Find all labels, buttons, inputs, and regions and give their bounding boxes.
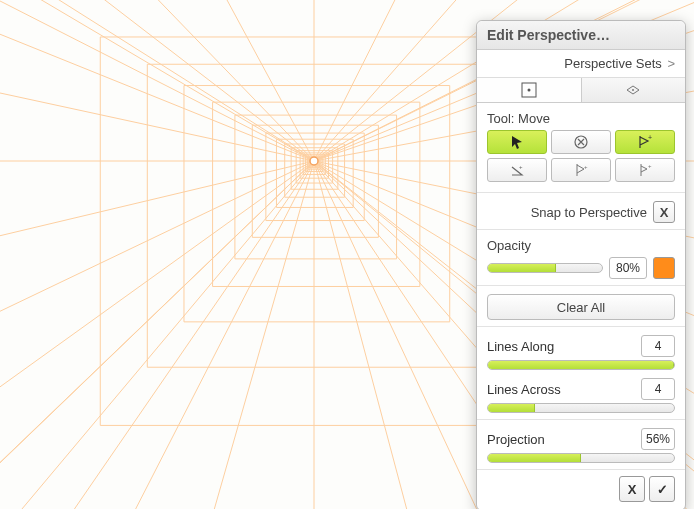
panel-title: Edit Perspective… <box>477 21 685 50</box>
lines-across-label: Lines Across <box>487 382 561 397</box>
tab-single-point[interactable] <box>477 78 582 102</box>
snap-toggle[interactable]: X <box>653 201 675 223</box>
opacity-value[interactable]: 80% <box>609 257 647 279</box>
clear-all-button[interactable]: Clear All <box>487 294 675 320</box>
tool-angle[interactable]: + <box>487 158 547 182</box>
edit-perspective-panel: Edit Perspective… Perspective Sets > Too… <box>476 20 686 509</box>
lines-along-value[interactable]: 4 <box>641 335 675 357</box>
tool-add-right[interactable]: + <box>615 130 675 154</box>
perspective-sets-link[interactable]: Perspective Sets > <box>477 50 685 78</box>
snap-label: Snap to Perspective <box>531 205 647 220</box>
svg-text:+: + <box>584 164 588 170</box>
svg-line-1 <box>0 0 314 161</box>
svg-line-6 <box>110 161 314 509</box>
projection-value[interactable]: 56% <box>641 428 675 450</box>
flag-b-icon: + <box>637 162 653 178</box>
projection-label: Projection <box>487 432 545 447</box>
color-swatch[interactable] <box>653 257 675 279</box>
tool-move[interactable] <box>487 130 547 154</box>
single-point-icon <box>521 82 537 98</box>
svg-text:+: + <box>648 134 652 141</box>
svg-line-15 <box>314 0 500 161</box>
angle-icon: + <box>509 162 525 178</box>
lines-across-slider[interactable] <box>487 403 675 413</box>
cursor-icon <box>509 134 525 150</box>
lines-across-value[interactable]: 4 <box>641 378 675 400</box>
projection-slider[interactable] <box>487 453 675 463</box>
svg-line-8 <box>200 161 314 509</box>
tool-delete[interactable] <box>551 130 611 154</box>
cancel-button[interactable]: X <box>619 476 645 502</box>
confirm-button[interactable]: ✓ <box>649 476 675 502</box>
svg-point-152 <box>310 157 318 165</box>
opacity-slider[interactable] <box>487 263 603 273</box>
svg-line-0 <box>0 161 314 509</box>
svg-line-4 <box>40 161 314 509</box>
lines-along-label: Lines Along <box>487 339 554 354</box>
tool-label: Tool: Move <box>487 111 675 126</box>
tab-multi-point[interactable] <box>582 78 686 102</box>
flag-a-icon: + <box>573 162 589 178</box>
svg-text:+: + <box>519 164 523 170</box>
svg-point-154 <box>527 89 530 92</box>
svg-line-14 <box>314 161 500 509</box>
tool-flag-b[interactable]: + <box>615 158 675 182</box>
svg-line-9 <box>200 0 314 161</box>
lines-along-slider[interactable] <box>487 360 675 370</box>
delete-icon <box>573 134 589 150</box>
svg-line-12 <box>314 161 420 509</box>
svg-line-38 <box>0 161 314 509</box>
tool-flag-a[interactable]: + <box>551 158 611 182</box>
svg-line-34 <box>0 161 314 340</box>
opacity-label: Opacity <box>487 238 675 253</box>
svg-point-155 <box>632 89 634 91</box>
svg-line-28 <box>0 80 314 161</box>
svg-line-13 <box>314 0 420 161</box>
multi-point-icon <box>625 82 641 98</box>
svg-line-2 <box>0 161 314 509</box>
svg-text:+: + <box>648 163 652 169</box>
flag-plus-icon: + <box>637 134 653 150</box>
